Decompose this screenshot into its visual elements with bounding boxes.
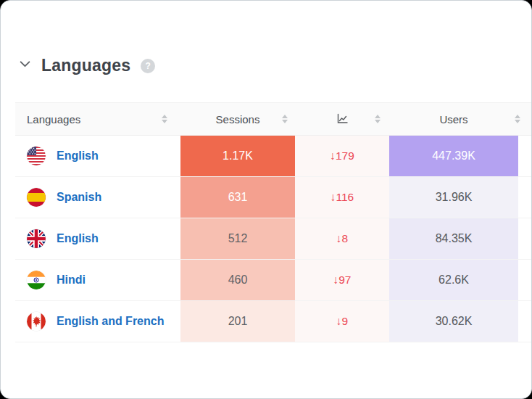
users-cell: 31.96K [389, 177, 518, 218]
sessions-cell: 460 [180, 260, 295, 300]
column-label: Users [439, 113, 467, 126]
column-header-languages[interactable]: Languages [15, 103, 180, 135]
column-label: Languages [27, 113, 80, 126]
sessions-cell: 201 [180, 301, 295, 342]
table-row: English 1.17K ↓179 447.39K [15, 136, 532, 177]
users-cell: 84.35K [389, 218, 518, 259]
sessions-cell: 1.17K [180, 136, 295, 176]
languages-card: Languages ? Languages Sessions [0, 0, 532, 399]
change-cell: ↓97 [295, 260, 389, 300]
line-chart-icon [336, 113, 349, 125]
language-link[interactable]: English [57, 232, 99, 245]
change-cell: ↓8 [295, 218, 389, 259]
change-cell: ↓9 [295, 301, 389, 342]
table-row: Hindi 460 ↓97 62.6K [15, 260, 532, 301]
change-cell: ↓116 [295, 177, 389, 218]
sessions-cell: 512 [180, 218, 295, 259]
uk-flag-icon [27, 229, 46, 248]
table-row: Spanish 631 ↓116 31.96K [15, 177, 532, 218]
chevron-down-icon [19, 58, 31, 73]
us-flag-icon [27, 147, 46, 165]
column-header-users[interactable]: Users [389, 103, 518, 135]
section-header: Languages ? [17, 56, 531, 75]
sort-arrows-icon[interactable] [515, 115, 520, 123]
collapse-section-button[interactable] [17, 58, 33, 74]
users-cell: 30.62K [389, 301, 518, 342]
language-cell: English and French [15, 301, 180, 342]
sessions-cell: 631 [180, 177, 295, 218]
table-row: English 512 ↓8 84.35K [15, 218, 532, 260]
column-label: Sessions [216, 113, 260, 126]
language-link[interactable]: Hindi [57, 273, 86, 287]
language-cell: Spanish [15, 177, 180, 218]
table-header-row: Languages Sessions Users [15, 102, 532, 136]
language-link[interactable]: Spanish [57, 191, 101, 204]
question-mark-icon: ? [146, 61, 151, 71]
users-cell: 447.39K [389, 136, 518, 176]
language-cell: English [15, 136, 180, 176]
language-link[interactable]: English [57, 149, 99, 163]
language-link[interactable]: English and French [57, 315, 164, 328]
spain-flag-icon [27, 188, 46, 207]
language-cell: English [15, 218, 180, 259]
column-header-sessions[interactable]: Sessions [180, 103, 295, 135]
languages-table: Languages Sessions Users [15, 102, 532, 342]
language-cell: Hindi [15, 260, 180, 300]
users-cell: 62.6K [389, 260, 518, 300]
sort-arrows-icon[interactable] [375, 115, 381, 123]
page-title: Languages [41, 56, 130, 75]
table-row: English and French 201 ↓9 30.62K [15, 301, 532, 342]
india-flag-icon [27, 271, 46, 289]
sort-arrows-icon[interactable] [282, 115, 288, 123]
sort-arrows-icon[interactable] [162, 115, 167, 123]
help-button[interactable]: ? [141, 59, 155, 73]
change-cell: ↓179 [295, 136, 389, 176]
canada-flag-icon [27, 312, 46, 331]
column-header-trend[interactable] [295, 103, 389, 135]
